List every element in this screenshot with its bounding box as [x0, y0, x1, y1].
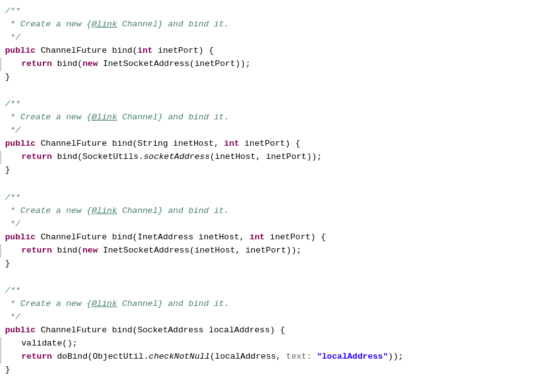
- comment-line: */: [0, 311, 539, 324]
- code-line: }: [0, 71, 539, 84]
- code-section-2: /** * Create a new {@link Channel} and b…: [0, 98, 539, 177]
- code-line: public ChannelFuture bind(int inetPort) …: [0, 45, 539, 58]
- code-line: return bind(SocketUtils.socketAddress(in…: [0, 151, 539, 164]
- code-section-3: /** * Create a new {@link Channel} and b…: [0, 192, 539, 271]
- comment-line: */: [0, 218, 539, 231]
- code-line: return doBind(ObjectUtil.checkNotNull(lo…: [0, 351, 539, 364]
- comment-line: /**: [0, 98, 539, 111]
- blank-line: [0, 85, 539, 99]
- code-line: }: [0, 164, 539, 177]
- code-line: return bind(new InetSocketAddress(inetPo…: [0, 58, 539, 71]
- code-viewer: /** * Create a new {@link Channel} and b…: [0, 5, 545, 377]
- code-line: public ChannelFuture bind(InetAddress in…: [0, 231, 539, 244]
- comment-line: */: [0, 124, 539, 138]
- comment-line: */: [0, 31, 539, 45]
- code-section-4: /** * Create a new {@link Channel} and b…: [0, 285, 539, 376]
- code-section-1: /** * Create a new {@link Channel} and b…: [0, 5, 539, 84]
- code-line: public ChannelFuture bind(String inetHos…: [0, 138, 539, 151]
- code-line: public ChannelFuture bind(SocketAddress …: [0, 324, 539, 337]
- code-line: }: [0, 364, 539, 377]
- blank-line: [0, 178, 539, 192]
- blank-line: [0, 271, 539, 285]
- comment-line: /**: [0, 285, 539, 298]
- comment-line: * Create a new {@link Channel} and bind …: [0, 205, 539, 218]
- comment-line: /**: [0, 5, 539, 18]
- code-line: validate();: [0, 337, 539, 351]
- comment-line: * Create a new {@link Channel} and bind …: [0, 111, 539, 124]
- comment-line: * Create a new {@link Channel} and bind …: [0, 18, 539, 31]
- comment-line: /**: [0, 192, 539, 205]
- comment-line: * Create a new {@link Channel} and bind …: [0, 298, 539, 311]
- code-line: return bind(new InetSocketAddress(inetHo…: [0, 244, 539, 258]
- code-line: }: [0, 258, 539, 271]
